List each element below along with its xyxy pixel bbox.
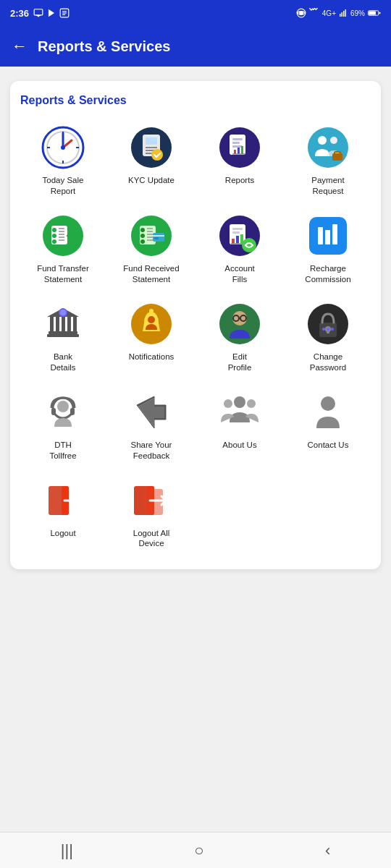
back-button[interactable]: ← [12,37,28,56]
account-fills-icon [216,213,263,259]
svg-point-94 [149,309,154,313]
fund-transfer-statement-item[interactable]: Fund TransferStatement [20,208,106,289]
time: 2:36 [10,8,29,19]
svg-rect-73 [232,239,235,244]
svg-marker-3 [49,9,54,17]
svg-rect-81 [332,224,337,244]
edit-profile-label: EditProfile [228,352,252,373]
svg-rect-66 [153,233,164,242]
svg-rect-11 [343,11,345,17]
svg-point-42 [318,136,327,145]
svg-rect-15 [379,12,380,14]
share-your-feedback-label: Share YourFeedback [131,440,172,461]
about-us-item[interactable]: About Us [197,385,282,466]
svg-rect-34 [232,138,243,140]
svg-rect-2 [38,16,39,17]
svg-point-116 [224,399,232,408]
services-grid: Today SaleReport KYC Updat [20,120,371,553]
svg-rect-86 [67,317,71,331]
about-us-label: About Us [222,440,256,451]
status-left: 2:36 [10,8,70,19]
recharge-commission-item[interactable]: RechargeCommission [285,208,371,289]
logout-label: Logout [50,528,75,539]
logout-all-device-item[interactable]: Logout AllDevice [109,473,194,554]
battery-label: 69% [350,9,365,17]
fund-received-statement-label: Fund ReceivedStatement [123,263,179,285]
nav-home-button[interactable]: ○ [181,837,216,864]
about-us-icon [216,389,263,435]
payment-request-label: PaymentRequest [311,175,344,197]
dth-tollfree-label: DTHTollfree [49,440,76,461]
status-bar: 2:36 4G+ 69% [0,0,391,26]
payment-request-item[interactable]: PaymentRequest [285,120,371,201]
svg-rect-72 [232,231,240,234]
svg-point-77 [242,238,256,252]
svg-rect-83 [50,317,54,331]
svg-rect-1 [36,15,41,16]
bank-details-item[interactable]: BankDetails [20,297,106,378]
svg-rect-110 [70,408,75,415]
fund-transfer-statement-label: Fund TransferStatement [37,263,89,285]
dth-tollfree-item[interactable]: DTHTollfree [20,385,106,466]
reports-item[interactable]: Reports [197,120,282,201]
status-icons [33,8,70,18]
fund-received-statement-item[interactable]: Fund ReceivedStatement [109,208,194,289]
bank-details-label: BankDetails [50,352,75,373]
fund-transfer-statement-icon [40,213,86,259]
svg-point-41 [308,127,348,168]
app-bar-title: Reports & Services [38,38,170,55]
today-sale-report-icon [40,124,86,171]
svg-rect-37 [234,150,236,154]
svg-point-31 [151,149,163,161]
bottom-nav-bar: ||| ○ ‹ [0,832,391,868]
svg-rect-36 [232,145,243,148]
svg-rect-27 [146,137,157,145]
notifications-item[interactable]: Notifications [109,297,194,378]
kyc-update-icon [128,124,175,171]
edit-profile-icon [216,301,263,347]
account-fills-item[interactable]: AccountFills [197,208,282,289]
svg-rect-74 [236,236,239,244]
svg-rect-12 [345,9,346,17]
svg-rect-89 [47,334,79,337]
svg-rect-0 [34,9,43,15]
svg-point-107 [331,328,334,331]
contact-us-label: Contact Us [308,440,349,451]
recharge-commission-label: RechargeCommission [305,263,350,285]
svg-point-118 [321,396,335,411]
kyc-update-item[interactable]: KYC Update [109,120,194,201]
svg-rect-125 [143,489,163,515]
change-password-icon [305,301,351,347]
share-your-feedback-icon [128,389,175,435]
main-content: Reports & Services [0,67,391,832]
svg-point-51 [52,234,56,238]
payment-request-icon [305,124,351,171]
nav-back-button[interactable]: ‹ [312,837,343,864]
app-bar: ← Reports & Services [0,26,391,67]
edit-profile-item[interactable]: EditProfile [197,297,282,378]
today-sale-report-item[interactable]: Today SaleReport [20,120,106,201]
logout-item[interactable]: Logout [20,473,106,554]
kyc-update-label: KYC Update [128,175,175,186]
notifications-icon [128,301,175,347]
svg-rect-39 [241,146,243,154]
svg-point-106 [327,328,329,331]
card-title: Reports & Services [20,94,371,107]
change-password-label: ChangePassword [310,352,347,373]
today-sale-report-label: Today SaleReport [43,175,84,197]
contact-us-item[interactable]: Contact Us [285,385,371,466]
notifications-label: Notifications [129,352,175,362]
change-password-item[interactable]: ChangePassword [285,297,371,378]
svg-point-64 [140,239,145,244]
status-right: 4G+ 69% [296,8,381,18]
svg-rect-9 [340,14,341,17]
recharge-commission-icon [305,213,351,259]
share-your-feedback-item[interactable]: Share YourFeedback [109,385,194,466]
nav-menu-button[interactable]: ||| [48,837,86,864]
svg-rect-88 [49,331,77,334]
svg-point-20 [61,145,65,150]
services-card: Reports & Services [10,81,381,569]
svg-point-91 [60,310,66,315]
logout-all-device-label: Logout AllDevice [133,528,170,550]
reports-label: Reports [225,175,254,186]
